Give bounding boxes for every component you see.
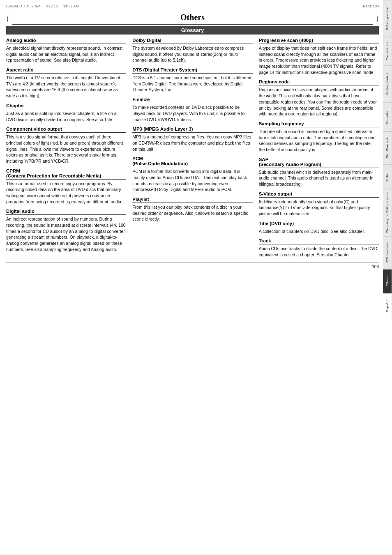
section-title-title: Title (DVD only) [259,221,379,227]
sidebar-tab-changing-settings[interactable]: Changing the Settings menu [383,189,392,236]
section-body-dts: DTS is a 5.1 channel surround sound syst… [132,75,252,93]
page-title-container: Others [12,13,373,25]
page-subtitle: Glossary [6,26,379,35]
section-body-analog-audio: An electrical signal that directly repre… [6,45,126,63]
column-2: Dolby Digital The system developed by Do… [132,38,252,258]
section-title-digital-audio: Digital audio [6,209,126,215]
section-title-sap: SAP (Secondary Audio Program) [259,157,379,168]
right-sidebar: Before you start Connections Getting sta… [383,0,392,555]
section-title-aspect-ratio: Aspect ratio [6,67,126,74]
column-3: Progressive scan (480p) A type of displa… [259,38,379,258]
section-title-dts: DTS (Digital Theater System) [132,67,252,74]
section-title-analog-audio: Analog audio [6,38,126,44]
section-body-dolby-digital: The system developed by Dolby Laboratori… [132,45,252,63]
pcm-title: PCM [132,156,143,161]
section-title-component-video: Component video output [6,127,126,133]
file-time: 11:59 AM [63,4,79,8]
section-title-cprm: CPRM (Content Protection for Recordable … [6,168,126,180]
section-title-sampling-frequency: Sampling frequency [259,121,379,127]
section-title-svideo: S-Video output [259,191,379,198]
column-1: Analog audio An electrical signal that d… [6,38,126,258]
section-body-aspect-ratio: The width of a TV screen relative to its… [6,75,126,99]
page-number: 103 [6,262,379,269]
sidebar-tab-editing[interactable]: Editing [383,164,392,189]
section-title-track: Track [259,238,379,244]
section-title-playlist: Playlist [132,197,252,203]
section-body-finalize: To make recorded contents on DVD discs p… [132,104,252,122]
section-title-mp3: MP3 (MPEG Audio Layer 3) [132,127,252,133]
section-title-pcm: PCM (Pulse Code Modulation) [132,156,252,167]
file-info-bar: E9656UD_EN_2.qx4 05.7.15 11:59 AM Page 1… [6,4,379,10]
cprm-title-line2: (Content Protection for Recordable Media… [6,173,101,178]
sidebar-tab-vcr-functions[interactable]: VCR functions [383,236,392,269]
section-body-chapter: Just as a book is split up into several … [6,111,126,122]
sap-subtitle: (Secondary Audio Program) [259,162,321,167]
file-date: 05.7.15 [46,4,58,8]
section-title-regions-code: Regions code [259,79,379,85]
section-title-chapter: Chapter [6,103,126,109]
section-body-sampling-frequency: The rate which sound is measured by a sp… [259,129,379,153]
sidebar-tab-before-you-start[interactable]: Before you start [383,0,392,37]
page-header: ⟨ Others ⟩ [6,13,379,25]
section-body-pcm: PCM is a format that converts audio into… [132,168,252,193]
section-body-track: Audio CDs use tracks to divide the conte… [259,246,379,258]
section-body-cprm: This is a format used to record copy-onc… [6,181,126,205]
bracket-right-icon: ⟩ [376,14,379,23]
sidebar-tab-recording[interactable]: Recording [383,103,392,131]
sidebar-tab-espanol[interactable]: Español [383,294,392,318]
section-title-progressive-scan: Progressive scan (480p) [259,38,379,44]
file-page: Page 103 [363,4,379,8]
content-columns: Analog audio An electrical signal that d… [6,38,379,258]
section-body-mp3: MP3 is a method of compressing files. Yo… [132,134,252,152]
pcm-subtitle: (Pulse Code Modulation) [132,161,188,166]
file-name: E9656UD_EN_2.qx4 [6,4,41,8]
section-body-sap: Sub-audio channel which is delivered sep… [259,169,379,187]
sidebar-tab-others[interactable]: Others [383,269,392,294]
file-info-left: E9656UD_EN_2.qx4 05.7.15 11:59 AM [6,4,79,8]
cprm-title-line1: CPRM [6,168,20,173]
sidebar-tab-connections[interactable]: Connections [383,37,392,66]
section-body-progressive-scan: A type of display that does not split ea… [259,45,379,75]
section-body-svideo: It delivers independently each signal of… [259,199,379,217]
sidebar-tab-disc-playback[interactable]: Disc Playback [383,131,392,164]
bracket-left-icon: ⟨ [6,14,9,23]
page-title: Others [12,13,373,22]
section-body-regions-code: Regions associate discs and players with… [259,87,379,117]
sidebar-tab-getting-started[interactable]: Getting started [383,66,392,103]
section-body-playlist: From this list you can play back content… [132,204,252,222]
sap-title: SAP [259,157,269,162]
section-body-title: A collection of chapters on DVD disc. Se… [259,228,379,235]
section-body-component-video: This is a video signal format that conve… [6,134,126,164]
section-body-digital-audio: An indirect representation of sound by n… [6,216,126,252]
section-title-finalize: Finalize [132,97,252,103]
section-title-dolby-digital: Dolby Digital [132,38,252,44]
